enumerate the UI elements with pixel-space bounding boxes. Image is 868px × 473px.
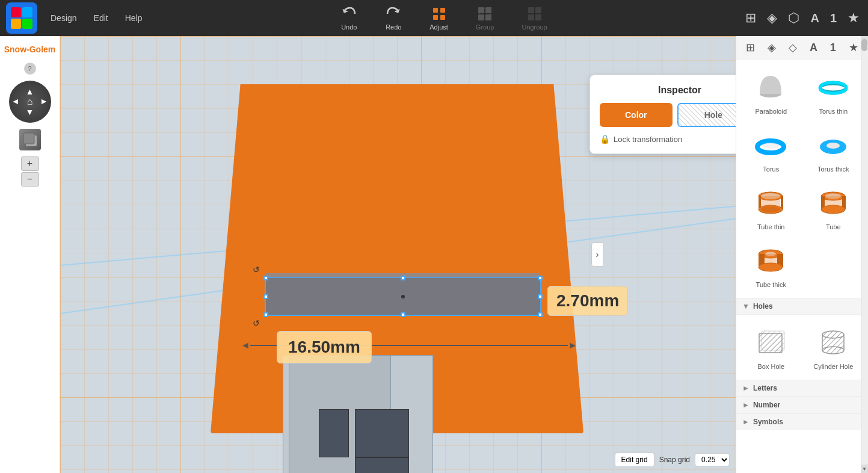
center-point bbox=[401, 295, 405, 298]
help-button[interactable]: ? bbox=[24, 63, 36, 75]
shape-paraboloid[interactable]: Paraboloid bbox=[741, 64, 801, 120]
scrollbar[interactable]: ▲ ▼ bbox=[861, 36, 868, 473]
lock-transformation-row[interactable]: 🔒 Lock transformation bbox=[600, 134, 736, 144]
shape-tube-thin[interactable]: Tube thin bbox=[741, 180, 801, 235]
inspector-title: Inspector bbox=[600, 85, 736, 96]
letters-section-header[interactable]: ► Letters bbox=[736, 380, 868, 397]
selected-object[interactable]: ↺ ↺ bbox=[265, 277, 541, 316]
panel-number-1-icon[interactable]: 1 bbox=[830, 42, 836, 54]
handle-bottom-mid[interactable] bbox=[401, 312, 405, 317]
holes-section-header[interactable]: ▼ Holes bbox=[736, 298, 868, 315]
toolbar-center: Undo Redo Adjust bbox=[151, 3, 737, 33]
redo-button[interactable]: Redo bbox=[380, 3, 407, 33]
cube-icon[interactable]: ◈ bbox=[765, 8, 780, 28]
torus-label: Torus bbox=[763, 165, 779, 173]
tube-icon bbox=[815, 185, 851, 221]
paraboloid-icon bbox=[753, 69, 789, 105]
svg-point-23 bbox=[826, 143, 840, 149]
torus-icon bbox=[753, 127, 789, 163]
logo[interactable] bbox=[6, 2, 37, 34]
nav-help[interactable]: Help bbox=[117, 8, 151, 28]
panel-grid-icon[interactable]: ⊞ bbox=[746, 41, 755, 54]
panel-star-icon[interactable]: ★ bbox=[849, 41, 858, 54]
rotate-handle-topleft[interactable]: ↺ bbox=[253, 265, 262, 274]
bottom-controls: Edit grid Snap grid 0.25 0.5 1 bbox=[615, 453, 730, 467]
collapse-panel-button[interactable]: › bbox=[591, 243, 603, 267]
handle-top-left[interactable] bbox=[263, 276, 268, 280]
svg-rect-11 bbox=[528, 14, 534, 20]
svg-rect-42 bbox=[765, 254, 777, 267]
svg-rect-45 bbox=[762, 331, 784, 350]
perspective-icon[interactable]: ⬡ bbox=[786, 8, 802, 28]
shapes-grid: Paraboloid Torus thin bbox=[736, 60, 868, 298]
ungroup-button[interactable]: Ungroup bbox=[517, 3, 552, 33]
nav-design[interactable]: Design bbox=[42, 8, 85, 28]
svg-rect-12 bbox=[535, 14, 541, 20]
zoom-in-button[interactable]: + bbox=[21, 156, 39, 171]
rotate-handle-bottomleft[interactable]: ↺ bbox=[253, 318, 262, 328]
shape-box-hole[interactable]: Box Hole bbox=[741, 320, 801, 375]
text-icon[interactable]: A bbox=[808, 9, 821, 28]
zoom-out-button[interactable]: − bbox=[21, 172, 39, 187]
svg-rect-14 bbox=[23, 133, 34, 144]
svg-point-49 bbox=[822, 347, 844, 354]
cylinder-hole-label: Cylinder Hole bbox=[813, 363, 853, 370]
paraboloid-label: Paraboloid bbox=[755, 108, 787, 115]
shape-torus[interactable]: Torus bbox=[741, 122, 801, 178]
svg-point-21 bbox=[762, 143, 779, 149]
dark-block-1 bbox=[355, 409, 409, 457]
number-section-header[interactable]: ► Number bbox=[736, 397, 868, 413]
adjust-button[interactable]: Adjust bbox=[425, 3, 453, 33]
tube-thick-icon bbox=[753, 243, 789, 279]
svg-rect-3 bbox=[440, 15, 445, 20]
inspector-panel: Inspector Color Hole ? 🔒 Lock transforma… bbox=[589, 75, 736, 154]
svg-rect-1 bbox=[440, 8, 445, 13]
scroll-thumb[interactable] bbox=[861, 39, 867, 51]
svg-rect-2 bbox=[433, 15, 438, 20]
torus-thin-label: Torus thin bbox=[819, 108, 848, 115]
arrow-right-icon: ► bbox=[568, 340, 577, 351]
undo-button[interactable]: Undo bbox=[336, 3, 362, 33]
symbols-section-header[interactable]: ► Symbols bbox=[736, 413, 868, 430]
color-button[interactable]: Color bbox=[600, 103, 673, 127]
panel-cube-icon[interactable]: ◈ bbox=[768, 41, 776, 54]
handle-right-mid[interactable] bbox=[538, 294, 543, 299]
scroll-down-button[interactable]: ▼ bbox=[861, 465, 868, 473]
handle-top-mid[interactable] bbox=[401, 276, 405, 280]
shape-torus-thin[interactable]: Torus thin bbox=[804, 64, 864, 120]
tube-thin-icon bbox=[753, 185, 789, 221]
handle-left-mid[interactable] bbox=[263, 294, 268, 299]
nav-edit[interactable]: Edit bbox=[85, 8, 117, 28]
shape-tube[interactable]: Tube bbox=[804, 180, 864, 235]
shape-tube-thick[interactable]: Tube thick bbox=[741, 238, 801, 293]
lock-icon: 🔒 bbox=[600, 134, 610, 144]
view-cube[interactable] bbox=[19, 129, 41, 150]
torus-thin-icon bbox=[815, 69, 851, 105]
hole-button[interactable]: Hole bbox=[677, 103, 736, 127]
shape-cylinder-hole[interactable]: Cylinder Hole bbox=[804, 320, 864, 375]
dark-block-2 bbox=[355, 457, 409, 473]
nav-compass[interactable]: ▲ ◄ ⌂ ► ▼ bbox=[9, 81, 51, 123]
number-icon[interactable]: 1 bbox=[828, 9, 839, 28]
dark-block-3 bbox=[319, 409, 349, 457]
viewport[interactable]: ↺ ↺ 2.70mm ◄ ► 16.50mm Inspector Color H… bbox=[60, 36, 736, 473]
handle-bottom-right[interactable] bbox=[538, 312, 543, 317]
handle-top-right[interactable] bbox=[538, 276, 543, 280]
handle-bottom-left[interactable] bbox=[263, 312, 268, 317]
shape-torus-thick[interactable]: Torus thick bbox=[804, 122, 864, 178]
snap-grid-select[interactable]: 0.25 0.5 1 bbox=[695, 453, 730, 466]
edit-grid-button[interactable]: Edit grid bbox=[615, 453, 654, 467]
holes-section-arrow: ▼ bbox=[742, 302, 749, 311]
logo-cell-green bbox=[22, 19, 32, 29]
svg-rect-0 bbox=[433, 8, 438, 13]
toolbar-right: ⊞ ◈ ⬡ A 1 ★ bbox=[743, 8, 862, 28]
right-panel: ⊞ ◈ ◇ A 1 ★ Paraboloid bbox=[736, 36, 868, 473]
logo-cell-yellow bbox=[11, 19, 21, 29]
box-hole-label: Box Hole bbox=[757, 363, 784, 370]
star-icon[interactable]: ★ bbox=[845, 8, 862, 28]
tube-label: Tube bbox=[826, 223, 841, 230]
group-button[interactable]: Group bbox=[471, 3, 499, 33]
panel-gem-icon[interactable]: ◇ bbox=[789, 41, 797, 54]
panel-text-A-icon[interactable]: A bbox=[810, 42, 817, 54]
grid-icon[interactable]: ⊞ bbox=[743, 8, 759, 28]
